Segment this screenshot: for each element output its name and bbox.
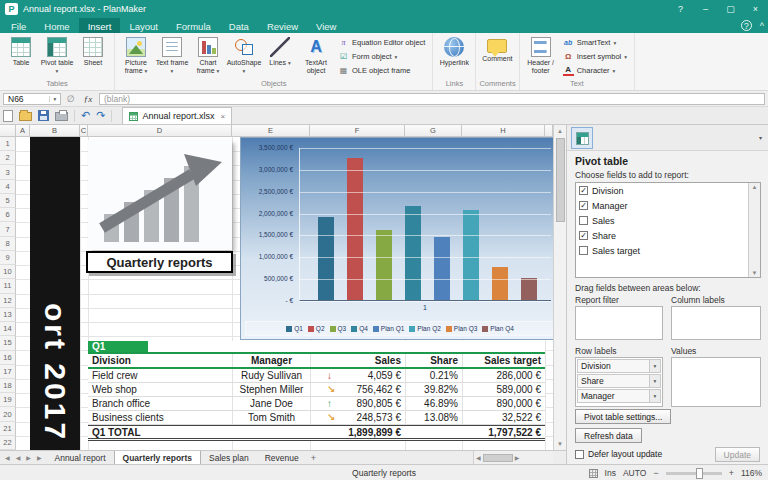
cell-division[interactable]: Branch office [88, 397, 232, 410]
ole-object-button[interactable]: ▦ OLE object frame [338, 65, 425, 76]
fields-scrollbar[interactable]: ▲ ▼ [748, 183, 760, 277]
chevron-down-icon[interactable]: ▾ [649, 375, 660, 387]
row-header[interactable]: 18 [0, 379, 16, 393]
header-share[interactable]: Share [405, 354, 462, 367]
column-header[interactable]: E [232, 125, 310, 137]
tab-home[interactable]: Home [35, 18, 78, 33]
pivot-field[interactable]: ✓Division [576, 183, 748, 198]
row-header[interactable]: 19 [0, 393, 16, 407]
column-header[interactable]: D [88, 125, 232, 137]
zoom-slider[interactable] [666, 472, 722, 475]
row-header[interactable]: 12 [0, 294, 16, 308]
row-header[interactable]: 21 [0, 422, 16, 436]
save-icon[interactable] [38, 110, 49, 121]
chevron-down-icon[interactable]: ▾ [649, 360, 660, 372]
zoom-out-button[interactable]: − [653, 468, 658, 478]
q1-label-cell[interactable]: Q1 [88, 341, 148, 352]
sheet-tab[interactable]: Quarterly reports [114, 451, 201, 464]
form-object-button[interactable]: ☑ Form object ▾ [338, 51, 425, 62]
chart-object[interactable]: 1 Q1Q2Q3Q4Plan Q1Plan Q2Plan Q3Plan Q4 3… [240, 137, 553, 340]
row-header[interactable]: 14 [0, 322, 16, 336]
quarterly-reports-textbox[interactable]: Quarterly reports [86, 251, 233, 273]
hyperlink-button[interactable]: Hyperlink [436, 34, 472, 79]
grid-view-icon[interactable] [589, 469, 598, 478]
column-header[interactable]: F [310, 125, 405, 137]
minimize-button[interactable]: – [693, 0, 718, 18]
pivot-field[interactable]: ✓Manager [576, 198, 748, 213]
row-header[interactable]: 8 [0, 237, 16, 251]
scroll-up-icon[interactable]: ▲ [557, 125, 563, 137]
last-sheet-button[interactable]: ▶ [34, 454, 45, 461]
header-manager[interactable]: Manager [232, 354, 310, 367]
row-header[interactable]: 13 [0, 308, 16, 322]
autoshape-button[interactable]: AutoShape ▾ [226, 34, 262, 79]
tab-formula[interactable]: Formula [167, 18, 220, 33]
close-button[interactable]: × [743, 0, 768, 18]
scroll-right-icon[interactable]: ▶ [513, 454, 522, 461]
cell-division[interactable]: Field crew [88, 369, 232, 382]
row-header[interactable]: 7 [0, 222, 16, 236]
zoom-slider-thumb[interactable] [696, 468, 703, 479]
cell-division[interactable]: Business clients [88, 411, 232, 424]
textart-button[interactable]: A TextArt object [298, 34, 334, 79]
total-label-cell[interactable]: Q1 TOTAL [88, 426, 232, 438]
cell-share[interactable]: 0.21% [405, 369, 462, 382]
cell-sales[interactable]: ↑890,805 € [310, 397, 405, 410]
cell-target[interactable]: 286,000 € [462, 369, 545, 382]
help-button[interactable]: ? [668, 0, 693, 18]
header-division[interactable]: Division [88, 354, 232, 367]
smarttext-button[interactable]: ab SmartText ▾ [563, 37, 627, 48]
redo-icon[interactable]: ↷ [96, 110, 105, 121]
cell-manager[interactable]: Jane Doe [232, 397, 310, 410]
first-sheet-button[interactable]: ◀ [2, 454, 13, 461]
checkbox[interactable] [579, 246, 588, 255]
scrollbar-thumb[interactable] [556, 138, 565, 222]
text-frame-button[interactable]: Text frame ▾ [154, 34, 190, 79]
prev-sheet-button[interactable]: ◀ [13, 454, 24, 461]
checkbox[interactable]: ✓ [579, 186, 588, 195]
row-header[interactable]: 10 [0, 265, 16, 279]
cell-manager[interactable]: Rudy Sullivan [232, 369, 310, 382]
scroll-up-icon[interactable]: ▲ [752, 184, 758, 190]
table-button[interactable]: Table [3, 34, 39, 79]
header-sales[interactable]: Sales [310, 354, 405, 367]
tab-view[interactable]: View [307, 18, 345, 33]
next-sheet-button[interactable]: ▶ [23, 454, 34, 461]
row-header[interactable]: 11 [0, 279, 16, 293]
picture-frame-button[interactable]: Picture frame ▾ [118, 34, 154, 79]
checkbox[interactable] [579, 216, 588, 225]
defer-layout-checkbox[interactable] [575, 450, 584, 459]
select-all-corner[interactable] [0, 125, 16, 137]
row-header[interactable]: 3 [0, 165, 16, 179]
column-header[interactable]: A [16, 125, 30, 137]
q1-section-row[interactable]: Q1 [88, 341, 545, 354]
row-header[interactable]: 9 [0, 251, 16, 265]
formula-input[interactable]: (blank) [99, 93, 765, 105]
undo-icon[interactable]: ↶ [81, 110, 90, 121]
values-box[interactable] [671, 357, 761, 407]
lines-button[interactable]: Lines ▾ [262, 34, 298, 79]
close-icon[interactable]: × [220, 112, 225, 121]
total-target-cell[interactable]: 1,797,522 € [462, 426, 545, 438]
collapse-ribbon-icon[interactable]: ^ [760, 21, 764, 31]
cell-share[interactable]: 39.82% [405, 383, 462, 396]
report-filter-box[interactable] [575, 306, 663, 340]
pivot-field[interactable]: Sales target [576, 243, 748, 258]
pivot-field[interactable]: ✓Share [576, 228, 748, 243]
insert-mode-indicator[interactable]: Ins [605, 468, 616, 478]
calc-mode-indicator[interactable]: AUTO [623, 468, 646, 478]
row-header[interactable]: 2 [0, 151, 16, 165]
scrollbar-thumb[interactable] [483, 454, 513, 462]
cell-sales[interactable]: ↓4,059 € [310, 369, 405, 382]
document-tab[interactable]: Annual report.xlsx × [122, 107, 232, 124]
pivot-table-button[interactable]: Pivot table ▾ [39, 34, 75, 79]
maximize-button[interactable]: ▢ [718, 0, 743, 18]
help-icon[interactable]: ? [741, 20, 752, 31]
cell-target[interactable]: 32,522 € [462, 411, 545, 424]
equation-editor-button[interactable]: π Equation Editor object [338, 37, 425, 48]
open-icon[interactable] [19, 112, 32, 121]
row-header[interactable]: 22 [0, 436, 16, 450]
row-header[interactable]: 6 [0, 208, 16, 222]
vertical-scrollbar[interactable]: ▲ ▼ [553, 125, 566, 450]
sheet-tab[interactable]: Annual report [47, 451, 114, 464]
